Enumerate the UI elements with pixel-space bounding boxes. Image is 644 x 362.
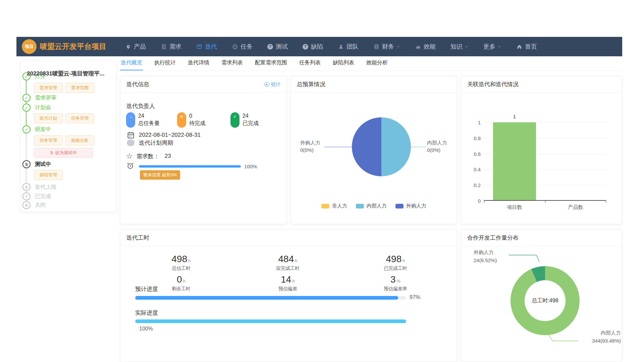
pie-callout-internal: 内部人力 0(0%) (427, 139, 447, 154)
stat-value: 24 (138, 112, 160, 120)
tab-requirement-list[interactable]: 需求列表 (221, 58, 244, 70)
nav-item-product[interactable]: 产品 (125, 43, 146, 51)
tab-execution-stats[interactable]: 执行统计 (154, 58, 176, 70)
pie-callout-outsourced: 外购人力 0(0%) (300, 139, 320, 154)
nav-item-efficiency[interactable]: 效能 (415, 43, 436, 51)
step-number-icon: 7 (22, 192, 31, 200)
nav-item-label: 缺陷 (311, 43, 323, 51)
iteration-info-card: 迭代信息 ▶ 统计 迭代负责人 → 24 总任务量 ∗ 0 待完成 ✓ 24 (120, 76, 287, 224)
database-icon (373, 44, 379, 50)
x-category-product: 产品数 (555, 204, 596, 210)
step-developing[interactable]: ✓ 研发中 (22, 125, 51, 133)
progress-fill (135, 296, 398, 300)
defect-manage-button[interactable]: 缺陷管理 (34, 170, 63, 180)
clock-icon (232, 44, 238, 50)
legend-item-nonhuman[interactable]: 非人力 (321, 203, 347, 209)
nav-item-label: 首页 (525, 43, 537, 51)
relation-bar-chart: 1 项目数 产品数 (484, 122, 606, 201)
stat-value: 24 (243, 112, 259, 120)
step-label: 需求评审 (35, 95, 56, 102)
efficiency-analysis-button[interactable]: 效能分析 (65, 135, 94, 145)
check-circle-icon: ✓ (22, 125, 31, 133)
statistics-link[interactable]: ▶ 统计 (264, 81, 280, 87)
stat-done: ✓ 24 已完成 (230, 112, 259, 128)
requirement-manage-button[interactable]: 需求管理 (34, 83, 63, 93)
tab-efficiency-analysis[interactable]: 效能分析 (366, 58, 388, 70)
step-planning-meeting[interactable]: ✓ 计划会 (22, 104, 51, 112)
question-circle-icon: ? (303, 44, 308, 50)
card-title: 总预算情况 (297, 80, 325, 88)
pin-icon (125, 44, 131, 50)
donut-center: 总工时:498 (525, 280, 566, 321)
play-circle-icon: ▶ (264, 82, 269, 87)
workflow-project-title[interactable]: 20220831唛盟云-项目管理平... (27, 70, 113, 77)
nav-item-home[interactable]: 首页 (516, 43, 537, 51)
stat-label: 待完成 (189, 120, 205, 127)
question-circle-icon: ? (267, 44, 273, 50)
app-root: 项目 唛盟云开发平台项目 产品 需求 迭代 任务 ? 测试 (0, 0, 644, 362)
y-axis-tick: 0.8 (464, 135, 481, 141)
step-requirement-review[interactable]: ✓ 需求评审 (22, 94, 56, 102)
nav-item-task[interactable]: 任务 (232, 43, 253, 51)
task-manage-button[interactable]: 任务管理 (34, 135, 63, 145)
card-header: 合作开发工作量分布 (461, 230, 622, 246)
task-manage-button[interactable]: 任务管理 (65, 113, 94, 123)
nav-item-test[interactable]: ? 测试 (267, 43, 288, 51)
spinner-pill-icon: ∗ (177, 112, 186, 128)
x-tick-mark (606, 201, 606, 203)
nav-item-team[interactable]: 团队 (338, 43, 359, 51)
requirement-scope-button[interactable]: 需求范围 (65, 83, 94, 93)
bar-project-count (493, 122, 536, 200)
relation-card: 关联迭代和迭代情况 1 0.8 0.6 0.4 0.2 0 1 项目数 产品数 (461, 76, 622, 224)
demand-value: 23 (165, 153, 171, 160)
iteration-plan-button[interactable]: 迭代计划 (34, 113, 63, 123)
expected-progress-percent: 97% (410, 294, 420, 300)
nav-item-requirement[interactable]: 需求 (161, 43, 181, 51)
actual-progress-percent: 100% (139, 326, 153, 332)
step-testing[interactable]: 5 测试中 (22, 160, 51, 168)
stat-label: 已完成 (243, 120, 259, 127)
budget-card: 总预算情况 外购人力 0(0%) 内部人力 0(0%) 非人力 内部人力 外购人… (290, 76, 457, 224)
capsule-shape (127, 139, 135, 146)
budget-pie-chart (352, 117, 411, 176)
iteration-tabbar: 迭代概览 执行统计 迭代详情 需求列表 配置需求范围 任务列表 缺陷列表 效能分… (120, 58, 622, 71)
step-label: 研发中 (35, 126, 51, 133)
card-header: 关联迭代和迭代情况 (461, 76, 622, 93)
tab-iteration-overview[interactable]: 迭代概览 (120, 58, 143, 70)
tab-task-list[interactable]: 任务列表 (299, 58, 321, 70)
step-iteration-online[interactable]: 6 迭代上线 (22, 183, 56, 191)
set-testing-button[interactable]: ⇅设为测试中 (34, 148, 93, 158)
nav-item-more[interactable]: 更多 (483, 43, 501, 51)
hours-card: 迭代工时 498h 总估工时 0h 剩余工时 484h 应完成工时 14h 预估… (120, 229, 457, 362)
demand-label: 需求数： (137, 153, 159, 160)
stepper-line-done (26, 76, 26, 129)
legend-item-internal[interactable]: 内部人力 (356, 203, 387, 209)
step-completed[interactable]: 7 已完成 (22, 192, 51, 200)
overall-progress-row: 100% (126, 162, 257, 171)
nav-item-label: 知识 (450, 43, 463, 51)
project-logo-text: 项目 (25, 44, 34, 50)
nav-item-label: 团队 (346, 43, 359, 51)
tab-config-requirement-scope[interactable]: 配置需求范围 (254, 58, 288, 70)
legend-item-outsourced[interactable]: 外购人力 (395, 203, 426, 209)
stat-total-tasks: → 24 总任务量 (126, 112, 160, 128)
nav-item-knowledge[interactable]: 知识 (450, 43, 469, 51)
star-icon: ☆ (126, 152, 133, 161)
nav-item-iteration[interactable]: 迭代 (196, 43, 217, 51)
card-title: 迭代工时 (126, 234, 149, 242)
nav-item-finance[interactable]: 财务 (373, 43, 400, 51)
document-icon (161, 44, 167, 50)
pie-leader-line (411, 147, 426, 147)
tab-iteration-detail[interactable]: 迭代详情 (187, 58, 210, 70)
period-value: 2022-08-01~2022-08-31 (139, 131, 201, 139)
card-title: 迭代信息 (126, 80, 149, 88)
step-closed[interactable]: 8 关闭 (22, 201, 46, 209)
step-label: 已完成 (35, 193, 51, 200)
overall-progress-badge: 整体进度 超前3% (140, 170, 180, 180)
bar-chart-icon (415, 44, 421, 50)
nav-item-defect[interactable]: ? 缺陷 (303, 43, 323, 51)
nav-item-label: 任务 (240, 43, 253, 51)
tab-defect-list[interactable]: 缺陷列表 (332, 58, 355, 70)
card-header: 迭代信息 ▶ 统计 (120, 76, 286, 93)
hours-column-due: 484h 应完成工时 14h 预估偏差 (254, 254, 321, 292)
